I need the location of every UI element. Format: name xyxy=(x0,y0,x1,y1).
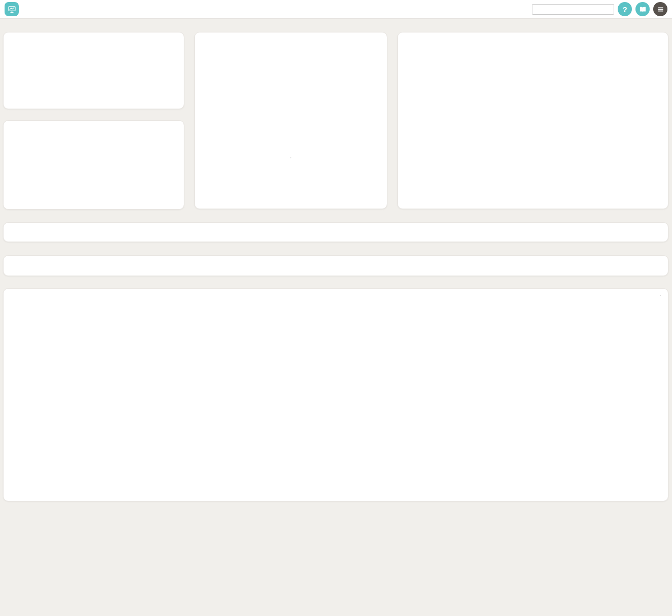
search-input[interactable] xyxy=(532,4,614,15)
classes-card xyxy=(3,288,668,501)
nsa-bands-card xyxy=(3,222,668,242)
page-title xyxy=(0,23,672,32)
top-bar: ? xyxy=(0,0,672,19)
litnum-card xyxy=(3,255,668,276)
book-icon xyxy=(639,6,647,13)
app-logo[interactable] xyxy=(5,2,22,16)
menu-button[interactable] xyxy=(653,2,667,16)
wellbeing-card xyxy=(194,32,387,209)
links-card xyxy=(3,120,184,210)
context-card xyxy=(3,32,184,109)
classes-view-toggle xyxy=(660,295,661,296)
attendance-bar-chart xyxy=(405,50,661,163)
wellbeing-view-toggle xyxy=(290,157,291,158)
breadcrumb xyxy=(0,19,672,23)
attendance-card xyxy=(397,32,668,209)
help-button[interactable]: ? xyxy=(618,2,632,16)
question-icon: ? xyxy=(622,5,627,14)
library-button[interactable] xyxy=(635,2,650,16)
wellbeing-radar-chart xyxy=(201,44,380,152)
monitor-chart-icon xyxy=(5,2,19,16)
hamburger-icon xyxy=(657,6,664,13)
